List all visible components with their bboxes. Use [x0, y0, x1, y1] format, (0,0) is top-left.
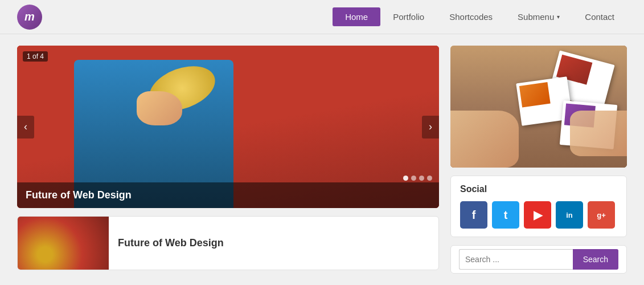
nav-item-contact[interactable]: Contact — [572, 7, 627, 26]
right-column: Social f t ▶ in g+ Search — [450, 46, 627, 274]
chevron-down-icon: ▾ — [557, 14, 560, 20]
facebook-button[interactable]: f — [460, 201, 487, 229]
dot-4[interactable] — [427, 176, 432, 181]
nav-item-portfolio[interactable]: Portfolio — [380, 7, 437, 26]
left-column: 1 of 4 ‹ › — [17, 46, 439, 274]
slider-dots — [403, 176, 432, 181]
dot-2[interactable] — [411, 176, 416, 181]
social-icons-row: f t ▶ in g+ — [460, 201, 617, 229]
main-content: 1 of 4 ‹ › — [0, 34, 644, 285]
content-preview: Future of Web Design — [17, 216, 439, 270]
social-title: Social — [460, 184, 617, 194]
slider-prev-button[interactable]: ‹ — [17, 116, 34, 139]
photo-content-2 — [519, 82, 551, 108]
search-input[interactable] — [459, 249, 573, 270]
preview-title: Future of Web Design — [118, 237, 224, 249]
main-nav: Home Portfolio Shortcodes Submenu ▾ Cont… — [333, 7, 627, 26]
linkedin-button[interactable]: in — [556, 201, 583, 229]
next-icon: › — [429, 121, 432, 133]
search-widget: Search — [450, 245, 627, 274]
left-hand — [450, 111, 519, 168]
logo-letter: m — [24, 10, 35, 23]
hand — [137, 91, 182, 125]
nav-item-home[interactable]: Home — [333, 7, 380, 26]
preview-thumb-image — [18, 217, 109, 270]
google-plus-button[interactable]: g+ — [588, 201, 615, 229]
twitter-button[interactable]: t — [492, 201, 519, 229]
social-widget: Social f t ▶ in g+ — [450, 176, 627, 237]
header: m Home Portfolio Shortcodes Submenu ▾ Co… — [0, 0, 644, 34]
slider-next-button[interactable]: › — [422, 116, 439, 139]
preview-text-area: Future of Web Design — [109, 217, 233, 270]
nav-item-submenu[interactable]: Submenu ▾ — [505, 7, 572, 26]
slide-caption: Future of Web Design — [17, 182, 439, 208]
right-featured-image — [450, 46, 627, 168]
dot-1[interactable] — [403, 176, 408, 181]
image-slider: 1 of 4 ‹ › — [17, 46, 439, 208]
youtube-button[interactable]: ▶ — [524, 201, 551, 229]
right-hand — [570, 111, 627, 156]
nav-item-shortcodes[interactable]: Shortcodes — [437, 7, 505, 26]
preview-thumbnail — [18, 217, 109, 270]
logo[interactable]: m — [17, 5, 42, 30]
dot-3[interactable] — [419, 176, 424, 181]
slide-counter: 1 of 4 — [23, 51, 48, 62]
search-button[interactable]: Search — [573, 249, 618, 270]
prev-icon: ‹ — [24, 121, 27, 133]
right-image-bg — [450, 46, 627, 168]
